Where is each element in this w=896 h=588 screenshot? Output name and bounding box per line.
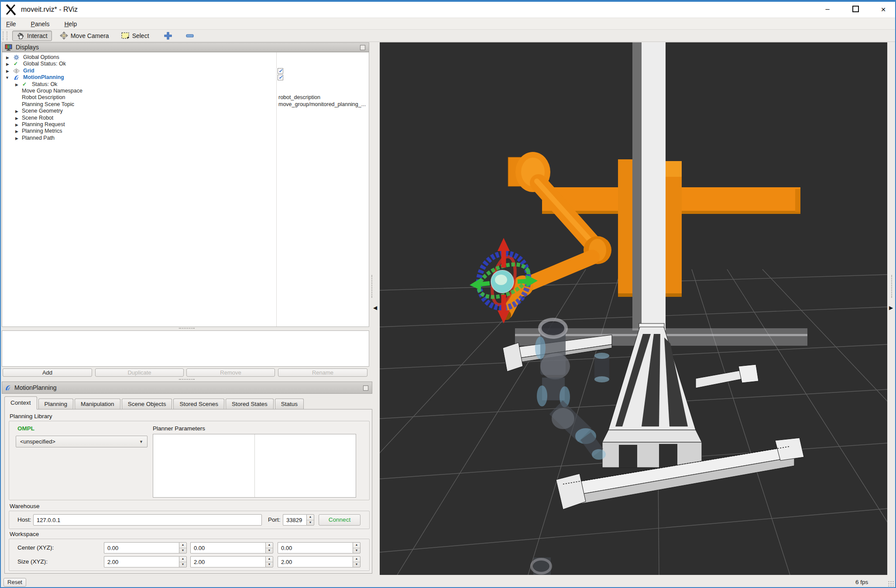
center-z-spinbox[interactable]: ▲▼ bbox=[278, 542, 360, 554]
tree-row[interactable]: ▶ Planned Path bbox=[2, 135, 369, 141]
tree-row-value[interactable]: move_group/monitored_planning_... bbox=[278, 101, 366, 108]
tree-row[interactable]: Planning Scene Topic move_group/monitore… bbox=[2, 101, 369, 108]
splitter-handle[interactable] bbox=[179, 328, 195, 329]
maximize-button[interactable] bbox=[852, 6, 859, 12]
move-camera-tool-button[interactable]: Move Camera bbox=[55, 31, 113, 41]
spin-up-icon[interactable]: ▲ bbox=[307, 515, 314, 520]
splitter-handle[interactable] bbox=[179, 379, 195, 380]
dropdown-arrow-icon: ▼ bbox=[139, 440, 143, 444]
port-input[interactable] bbox=[283, 514, 306, 526]
size-x-input[interactable] bbox=[104, 556, 179, 567]
expander-arrow-icon[interactable]: ▶ bbox=[6, 68, 9, 75]
tree-row[interactable]: Move Group Namespace bbox=[2, 88, 369, 94]
port-spinbox[interactable]: ▲ ▼ bbox=[283, 514, 314, 526]
spin-down-icon[interactable]: ▼ bbox=[266, 562, 273, 567]
tab-scene-objects[interactable]: Scene Objects bbox=[122, 399, 172, 409]
warehouse-heading: Warehouse bbox=[10, 503, 40, 509]
expander-arrow-icon[interactable]: ▶ bbox=[15, 128, 18, 135]
expander-arrow-icon[interactable]: ▼ bbox=[5, 75, 9, 81]
3d-viewport[interactable] bbox=[380, 42, 887, 575]
center-y-spinbox[interactable]: ▲▼ bbox=[190, 542, 273, 554]
spin-up-icon[interactable]: ▲ bbox=[179, 557, 186, 562]
spin-up-icon[interactable]: ▲ bbox=[353, 543, 360, 548]
tab-planning[interactable]: Planning bbox=[38, 399, 74, 409]
remove-tool-button[interactable] bbox=[182, 31, 197, 41]
displays-panel-float-button[interactable] bbox=[360, 45, 365, 50]
center-x-input[interactable] bbox=[104, 542, 179, 554]
toolbar-drag-handle[interactable] bbox=[3, 31, 5, 40]
close-button[interactable]: × bbox=[878, 5, 889, 14]
grid-enabled-checkbox[interactable]: ✓ bbox=[278, 68, 283, 74]
tree-row[interactable]: ▶ Global Options bbox=[2, 54, 369, 61]
title-bar[interactable]: moveit.rviz* - RViz − × bbox=[1, 1, 895, 17]
add-display-button[interactable]: Add bbox=[3, 368, 92, 377]
panel-splitter-handle[interactable] bbox=[371, 275, 372, 298]
tree-row[interactable]: ▶ Planning Metrics bbox=[2, 128, 369, 134]
menu-help[interactable]: Help bbox=[62, 20, 79, 28]
tab-status[interactable]: Status bbox=[275, 399, 304, 409]
size-x-spinbox[interactable]: ▲▼ bbox=[104, 556, 187, 567]
spin-up-icon[interactable]: ▲ bbox=[179, 543, 186, 548]
expander-arrow-icon[interactable]: ▶ bbox=[6, 55, 9, 61]
menu-panels[interactable]: Panels bbox=[29, 20, 51, 28]
spin-down-icon[interactable]: ▼ bbox=[179, 548, 186, 554]
expander-arrow-icon[interactable]: ▶ bbox=[15, 115, 18, 122]
planner-parameters-table[interactable] bbox=[153, 434, 356, 498]
tab-stored-states[interactable]: Stored States bbox=[226, 399, 274, 409]
spin-up-icon[interactable]: ▲ bbox=[266, 543, 273, 548]
tab-context[interactable]: Context bbox=[4, 396, 37, 409]
center-z-input[interactable] bbox=[278, 542, 353, 554]
tree-row-value[interactable]: robot_description bbox=[278, 94, 320, 101]
displays-tree: ▶ Global Options ▶ ✓ Global Status: Ok ▶… bbox=[2, 52, 369, 327]
planner-select-dropdown[interactable]: <unspecified> ▼ bbox=[16, 436, 148, 447]
host-input[interactable] bbox=[33, 514, 262, 526]
expander-arrow-icon[interactable]: ▶ bbox=[6, 61, 9, 68]
interact-tool-button[interactable]: Interact bbox=[12, 31, 52, 41]
spin-down-icon[interactable]: ▼ bbox=[353, 562, 360, 567]
spin-down-icon[interactable]: ▼ bbox=[307, 520, 314, 526]
tree-row-grid[interactable]: ▶ Grid ✓ bbox=[2, 68, 369, 74]
add-tool-button[interactable] bbox=[161, 31, 175, 41]
tree-row[interactable]: ▶ ✓ Status: Ok bbox=[2, 81, 369, 88]
collapse-right-arrow[interactable]: ▶ bbox=[889, 305, 893, 311]
tree-row[interactable]: ▶ Scene Geometry bbox=[2, 108, 369, 114]
center-x-spinbox[interactable]: ▲▼ bbox=[104, 542, 187, 554]
minimize-button[interactable]: − bbox=[822, 5, 833, 14]
collapse-left-arrow[interactable]: ◀ bbox=[373, 305, 377, 311]
tree-row[interactable]: ▶ Scene Robot bbox=[2, 115, 369, 121]
resize-grip[interactable] bbox=[888, 581, 894, 587]
panel-splitter-handle[interactable] bbox=[891, 275, 892, 298]
expander-arrow-icon[interactable]: ▶ bbox=[15, 82, 18, 88]
rviz-logo-icon bbox=[5, 4, 17, 15]
size-z-input[interactable] bbox=[278, 556, 353, 567]
toolbar-drag-handle[interactable] bbox=[7, 31, 9, 40]
center-y-input[interactable] bbox=[190, 542, 265, 554]
motionplanning-enabled-checkbox[interactable]: ✓ bbox=[278, 75, 283, 80]
tree-row-motionplanning[interactable]: ▼ MotionPlanning ✓ bbox=[2, 74, 369, 81]
expander-arrow-icon[interactable]: ▶ bbox=[15, 122, 18, 128]
size-z-spinbox[interactable]: ▲▼ bbox=[278, 556, 360, 567]
spin-down-icon[interactable]: ▼ bbox=[266, 548, 273, 554]
connect-button[interactable]: Connect bbox=[319, 514, 360, 526]
reset-button[interactable]: Reset bbox=[3, 578, 26, 587]
tree-row[interactable]: Robot Description robot_description bbox=[2, 94, 369, 101]
menu-file[interactable]: File bbox=[4, 20, 18, 28]
displays-monitor-icon bbox=[5, 44, 12, 51]
spin-up-icon[interactable]: ▲ bbox=[353, 557, 360, 562]
spin-down-icon[interactable]: ▼ bbox=[353, 548, 360, 554]
motionplanning-panel-header[interactable]: MotionPlanning bbox=[2, 382, 372, 394]
motionplanning-panel-float-button[interactable] bbox=[363, 385, 368, 391]
expander-arrow-icon[interactable]: ▶ bbox=[15, 108, 18, 115]
spin-down-icon[interactable]: ▼ bbox=[179, 562, 186, 567]
tree-row[interactable]: ▶ ✓ Global Status: Ok bbox=[2, 61, 369, 67]
tree-row[interactable]: ▶ Planning Request bbox=[2, 121, 369, 128]
tab-manipulation[interactable]: Manipulation bbox=[75, 399, 120, 409]
expander-arrow-icon[interactable]: ▶ bbox=[15, 135, 18, 142]
spin-up-icon[interactable]: ▲ bbox=[266, 557, 273, 562]
displays-panel-header[interactable]: Displays bbox=[2, 42, 369, 52]
size-y-input[interactable] bbox=[190, 556, 265, 567]
size-y-spinbox[interactable]: ▲▼ bbox=[190, 556, 273, 567]
select-tool-button[interactable]: Select bbox=[117, 31, 154, 41]
host-label: Host: bbox=[17, 516, 31, 523]
tab-stored-scenes[interactable]: Stored Scenes bbox=[173, 399, 224, 409]
